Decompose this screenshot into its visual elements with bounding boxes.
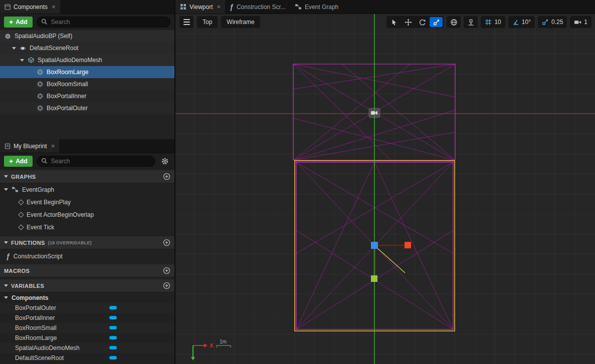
tree-row-label: BoxRoomLarge (47, 69, 88, 76)
tab-viewport[interactable]: Viewport × (175, 0, 225, 14)
tab-components[interactable]: Components × (0, 0, 60, 14)
grid-snap-value[interactable]: 10 (494, 19, 501, 26)
variable-type-pill[interactable] (109, 336, 117, 339)
components-tabbar: Components × (0, 0, 174, 14)
my-blueprint-tab-label: My Blueprint (14, 143, 47, 150)
variables-group-components[interactable]: Components (0, 292, 174, 303)
row-construction-script[interactable]: ƒ ConstructionScript (0, 249, 174, 263)
scene-root-icon (19, 45, 27, 52)
collapse-arrow-icon[interactable] (4, 241, 8, 244)
collapse-arrow-icon[interactable] (4, 175, 8, 178)
view-mode-dropdown[interactable]: Top (197, 16, 218, 28)
circled-plus-icon (163, 173, 170, 180)
render-mode-dropdown[interactable]: Wireframe (221, 16, 260, 28)
variable-row-boxportalinner[interactable]: BoxPortalInner (0, 313, 174, 323)
gizmo-x-handle[interactable] (405, 242, 411, 248)
gizmo-y-handle[interactable] (371, 275, 377, 282)
plus-icon: + (9, 158, 13, 165)
tree-row-boxroomsmall[interactable]: BoxRoomSmall (0, 78, 174, 90)
viewport-canvas[interactable]: X 1m Top Wireframe (175, 14, 595, 364)
variable-type-pill[interactable] (109, 306, 117, 309)
variable-row-defaultsceneroot[interactable]: DefaultSceneRoot (0, 353, 174, 363)
move-icon (405, 19, 412, 26)
tab-construction-script[interactable]: ƒ Construction Scr... (225, 0, 290, 14)
viewport-options-button[interactable] (179, 16, 193, 28)
surface-snapping-button[interactable] (464, 16, 478, 28)
tree-row-spatialaudiodemomesh[interactable]: SpatialAudioDemoMesh (0, 54, 174, 66)
tree-row-boxroomlarge-selected[interactable]: BoxRoomLarge (0, 66, 174, 78)
rotation-snap-control[interactable]: 10° (508, 16, 535, 28)
hamburger-menu-icon (183, 19, 190, 25)
audio-component-icon (36, 81, 44, 88)
my-blueprint-search (37, 156, 155, 167)
section-header-variables[interactable]: VARIABLES (0, 279, 174, 292)
camera-sprite[interactable] (369, 108, 380, 118)
world-space-toggle-button[interactable] (447, 16, 461, 28)
add-function-button[interactable] (163, 239, 170, 246)
tab-my-blueprint[interactable]: My Blueprint × (0, 139, 59, 153)
macros-header-label: MACROS (4, 268, 30, 274)
gizmo-plane-line[interactable] (377, 248, 405, 273)
tree-row-spatialaudiobp-self[interactable]: SpatialAudioBP (Self) (0, 30, 174, 42)
add-graph-button[interactable] (163, 173, 170, 180)
variable-type-pill[interactable] (109, 326, 117, 329)
add-macro-button[interactable] (163, 267, 170, 274)
add-variable-button[interactable] (163, 282, 170, 289)
collapse-arrow-icon[interactable] (4, 296, 8, 299)
select-tool-button[interactable] (387, 17, 401, 27)
row-event-beginplay[interactable]: Event BeginPlay (0, 196, 174, 208)
scale-snap-icon (542, 19, 549, 26)
scale-snap-value[interactable]: 0.25 (551, 19, 563, 26)
add-component-button[interactable]: + Add (4, 17, 33, 28)
section-header-macros[interactable]: MACROS (0, 264, 174, 277)
row-event-actorbeginoverlap[interactable]: Event ActorBeginOverlap (0, 208, 174, 221)
section-header-functions[interactable]: FUNCTIONS (19 OVERRIDABLE) (0, 236, 174, 249)
event-graph-icon (12, 186, 19, 193)
close-icon[interactable]: × (217, 4, 221, 10)
variable-name: BoxRoomSmall (15, 324, 57, 331)
close-icon[interactable]: × (51, 143, 55, 149)
move-tool-button[interactable] (402, 17, 415, 27)
variable-name: BoxPortalInner (15, 314, 55, 321)
collapse-arrow-icon[interactable] (4, 284, 8, 287)
grid-snap-control[interactable]: 10 (481, 16, 505, 28)
function-icon: ƒ (6, 253, 10, 260)
blueprint-self-icon (4, 33, 12, 40)
graphs-header-label: GRAPHS (11, 174, 36, 180)
components-search-input[interactable] (37, 17, 170, 28)
variable-row-boxroomlarge[interactable]: BoxRoomLarge (0, 333, 174, 343)
tree-row-label: DefaultSceneRoot (30, 45, 78, 52)
add-blueprint-item-button[interactable]: + Add (4, 156, 33, 167)
gizmo-center-handle[interactable] (371, 242, 378, 249)
tree-row-boxportalouter[interactable]: BoxPortalOuter (0, 102, 174, 114)
expander-arrow-icon[interactable] (12, 47, 16, 50)
camera-speed-control[interactable]: 1 (570, 16, 591, 28)
expander-arrow-icon[interactable] (20, 59, 24, 62)
tab-event-graph[interactable]: Event Graph (290, 0, 343, 14)
variable-type-pill[interactable] (109, 316, 117, 319)
globe-icon (450, 19, 458, 26)
section-header-graphs[interactable]: GRAPHS (0, 170, 174, 183)
row-event-graph[interactable]: EventGraph (0, 183, 174, 196)
tree-row-boxportalinner[interactable]: BoxPortalInner (0, 90, 174, 102)
variable-row-boxroomsmall[interactable]: BoxRoomSmall (0, 323, 174, 333)
close-icon[interactable]: × (52, 4, 56, 10)
row-event-tick[interactable]: Event Tick (0, 221, 174, 233)
expander-arrow-icon[interactable] (4, 188, 8, 191)
camera-speed-value[interactable]: 1 (584, 19, 587, 26)
tree-row-defaultsceneroot[interactable]: DefaultSceneRoot (0, 42, 174, 54)
my-blueprint-search-input[interactable] (37, 156, 155, 167)
event-label: Event Tick (27, 224, 54, 231)
variable-type-pill[interactable] (109, 346, 117, 349)
scale-tool-button[interactable] (430, 17, 443, 27)
scale-snap-control[interactable]: 0.25 (538, 16, 567, 28)
variable-name: SpatialAudioDemoMesh (15, 344, 80, 351)
tree-row-label: BoxPortalInner (47, 93, 86, 100)
variable-row-boxportalouter[interactable]: BoxPortalOuter (0, 303, 174, 313)
rotate-tool-button[interactable] (416, 17, 429, 27)
variable-type-pill[interactable] (109, 356, 117, 359)
rotation-snap-value[interactable]: 10° (522, 19, 531, 26)
select-cursor-icon (390, 19, 398, 26)
search-settings-button[interactable] (159, 156, 170, 167)
variable-row-spatialaudiodemomesh[interactable]: SpatialAudioDemoMesh (0, 343, 174, 353)
